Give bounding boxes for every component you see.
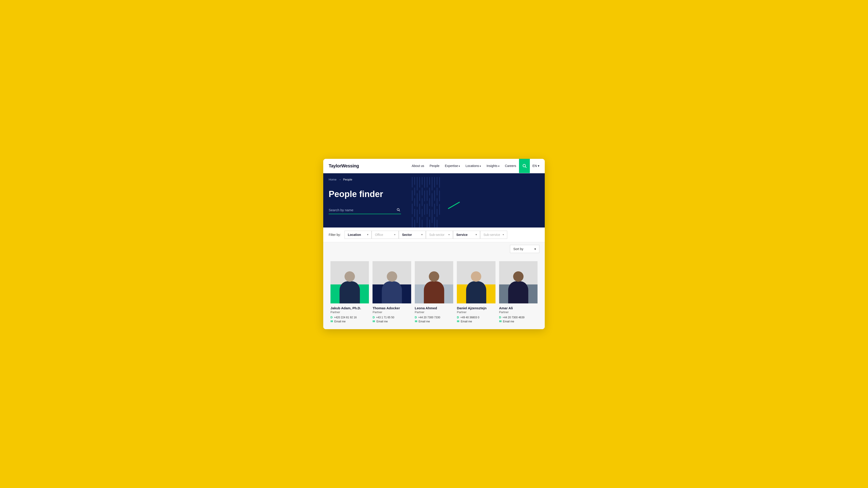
office-filter-label: Office	[375, 233, 383, 236]
person-email[interactable]: ✉ Email me	[499, 320, 537, 323]
phone-icon: D	[415, 316, 417, 319]
filter-bar: Filter by: Location ▾ Office ▾ Sector ▾ …	[323, 228, 545, 242]
subsector-filter[interactable]: Sub-sector ▾	[426, 231, 453, 239]
person-name: Amar Ali	[499, 306, 537, 310]
person-role: Partner	[331, 311, 369, 314]
breadcrumb-current: People	[343, 178, 352, 181]
search-wrap	[329, 206, 401, 214]
email-link[interactable]: Email me	[461, 320, 472, 323]
person-email[interactable]: ✉ Email me	[457, 320, 495, 323]
phone-icon: D	[373, 316, 375, 319]
breadcrumb: Home → People	[329, 178, 539, 181]
person-role: Partner	[499, 311, 537, 314]
email-icon: ✉	[415, 320, 417, 323]
person-card[interactable]: Amar Ali Partner D +44 20 7300 4639 ✉ Em…	[497, 261, 539, 329]
subservice-filter[interactable]: Sub-service ▾	[480, 231, 507, 239]
avatar	[331, 261, 369, 303]
person-email[interactable]: ✉ Email me	[373, 320, 411, 323]
email-link[interactable]: Email me	[503, 320, 514, 323]
nav-link-people[interactable]: People	[430, 164, 439, 168]
search-input[interactable]	[329, 206, 401, 214]
person-phone: D +49 40 36803 0	[457, 316, 495, 319]
chevron-down-icon: ▾	[503, 233, 504, 236]
phone-icon: D	[457, 316, 459, 319]
sector-filter[interactable]: Sector ▾	[399, 231, 426, 239]
person-card[interactable]: Thomas Adocker Partner D +43 1 71 65 50 …	[371, 261, 413, 329]
person-phone: D +420 224 81 92 16	[331, 316, 369, 319]
person-phone: D +44 20 7300 4639	[499, 316, 537, 319]
breadcrumb-separator: →	[338, 178, 341, 181]
email-icon: ✉	[457, 320, 459, 323]
email-icon: ✉	[499, 320, 502, 323]
chevron-down-icon: ▾	[448, 233, 450, 236]
nav-item-careers[interactable]: Careers	[505, 164, 516, 168]
sort-label: Sort by	[513, 247, 523, 251]
phone-icon: D	[331, 316, 333, 319]
email-link[interactable]: Email me	[334, 320, 346, 323]
phone-icon: D	[499, 316, 501, 319]
svg-line-1	[525, 167, 526, 168]
navigation: TaylorWessing About us People Expertise …	[323, 159, 545, 173]
location-filter-label: Location	[348, 233, 361, 236]
person-card[interactable]: Leona Ahmed Partner D +44 20 7300 7330 ✉…	[413, 261, 455, 329]
svg-line-3	[399, 210, 400, 211]
person-phone: D +43 1 71 65 50	[373, 316, 411, 319]
chevron-down-icon: ▾	[534, 247, 536, 251]
office-filter[interactable]: Office ▾	[372, 231, 399, 239]
nav-link-locations[interactable]: Locations	[465, 164, 481, 168]
chevron-down-icon: ▾	[421, 233, 423, 236]
site-logo[interactable]: TaylorWessing	[329, 163, 359, 168]
nav-item-people[interactable]: People	[430, 164, 439, 168]
person-card[interactable]: Jakub Adam, Ph.D. Partner D +420 224 81 …	[329, 261, 371, 329]
email-icon: ✉	[331, 320, 333, 323]
chevron-down-icon: ▾	[394, 233, 395, 236]
service-filter-label: Service	[456, 233, 468, 236]
location-filter[interactable]: Location ▾	[344, 231, 372, 239]
avatar	[499, 261, 537, 303]
nav-item-insights[interactable]: Insights	[487, 164, 499, 168]
sort-bar: Sort by ▾	[323, 242, 545, 256]
email-link[interactable]: Email me	[376, 320, 388, 323]
person-email[interactable]: ✉ Email me	[331, 320, 369, 323]
nav-item-about[interactable]: About us	[412, 164, 424, 168]
sector-filter-label: Sector	[402, 233, 412, 236]
nav-item-locations[interactable]: Locations	[465, 164, 481, 168]
hero-pattern	[412, 173, 545, 228]
language-label: EN	[532, 164, 537, 168]
person-name: Daniel Ajzensztejn	[457, 306, 495, 310]
subservice-filter-label: Sub-service	[484, 233, 500, 236]
service-filter[interactable]: Service ▾	[453, 231, 480, 239]
person-role: Partner	[373, 311, 411, 314]
person-name: Thomas Adocker	[373, 306, 411, 310]
chevron-down-icon: ▾	[538, 164, 539, 168]
person-email[interactable]: ✉ Email me	[415, 320, 453, 323]
avatar	[457, 261, 495, 303]
email-link[interactable]: Email me	[418, 320, 430, 323]
chevron-down-icon: ▾	[475, 233, 477, 236]
chevron-down-icon: ▾	[367, 233, 368, 236]
sort-select[interactable]: Sort by ▾	[510, 245, 539, 253]
nav-link-careers[interactable]: Careers	[505, 164, 516, 168]
avatar	[373, 261, 411, 303]
person-name: Jakub Adam, Ph.D.	[331, 306, 369, 310]
person-role: Partner	[415, 311, 453, 314]
filter-label: Filter by:	[329, 233, 341, 236]
email-icon: ✉	[373, 320, 375, 323]
people-grid: Jakub Adam, Ph.D. Partner D +420 224 81 …	[323, 256, 545, 329]
hero-section: Home → People People finder	[323, 173, 545, 228]
nav-links: About us People Expertise Locations Insi…	[412, 164, 516, 168]
subsector-filter-label: Sub-sector	[429, 233, 445, 236]
nav-link-insights[interactable]: Insights	[487, 164, 499, 168]
language-selector[interactable]: EN ▾	[532, 164, 539, 168]
nav-item-expertise[interactable]: Expertise	[445, 164, 460, 168]
person-role: Partner	[457, 311, 495, 314]
browser-window: TaylorWessing About us People Expertise …	[323, 159, 545, 329]
search-icon	[397, 208, 400, 213]
breadcrumb-home[interactable]: Home	[329, 178, 337, 181]
person-phone: D +44 20 7300 7330	[415, 316, 453, 319]
person-card[interactable]: Daniel Ajzensztejn Partner D +49 40 3680…	[455, 261, 497, 329]
nav-link-expertise[interactable]: Expertise	[445, 164, 460, 168]
nav-search-button[interactable]	[519, 159, 530, 173]
nav-link-about[interactable]: About us	[412, 164, 424, 168]
person-name: Leona Ahmed	[415, 306, 453, 310]
